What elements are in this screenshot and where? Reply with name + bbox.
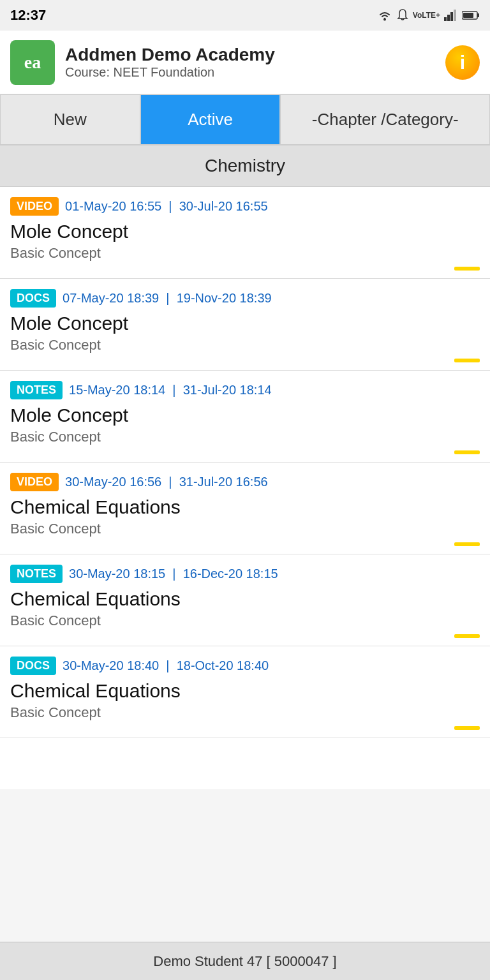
item-meta: VIDEO 30-May-20 16:56 | 31-Jul-20 16:56 <box>10 473 480 491</box>
item-title: Mole Concept <box>10 221 480 242</box>
app-header: ea Addmen Demo Academy Course: NEET Foun… <box>0 31 490 94</box>
item-badge-video: VIDEO <box>10 473 59 491</box>
item-dates: 30-May-20 18:15 | 16-Dec-20 18:15 <box>69 567 278 581</box>
footer: Demo Student 47 [ 5000047 ] <box>0 942 490 980</box>
item-indicator <box>10 634 480 646</box>
item-meta: DOCS 07-May-20 18:39 | 19-Nov-20 18:39 <box>10 289 480 308</box>
tab-bar: New Active -Chapter /Category- <box>0 94 490 145</box>
list-item[interactable]: DOCS 30-May-20 18:40 | 18-Oct-20 18:40 C… <box>0 646 490 738</box>
item-indicator <box>10 267 480 278</box>
status-time: 12:37 <box>10 7 46 24</box>
item-category: Basic Concept <box>10 429 480 445</box>
header-text: Addmen Demo Academy Course: NEET Foundat… <box>65 45 435 80</box>
tab-new[interactable]: New <box>0 94 140 145</box>
item-dates: 07-May-20 18:39 | 19-Nov-20 18:39 <box>63 291 272 306</box>
item-category: Basic Concept <box>10 337 480 353</box>
item-category: Basic Concept <box>10 612 480 629</box>
svg-rect-6 <box>477 13 479 17</box>
item-indicator <box>10 542 480 554</box>
item-indicator <box>10 450 480 462</box>
tab-category[interactable]: -Chapter /Category- <box>280 94 490 145</box>
app-logo: ea <box>10 40 55 85</box>
item-dates: 01-May-20 16:55 | 30-Jul-20 16:55 <box>65 199 268 214</box>
item-dates: 15-May-20 18:14 | 31-Jul-20 18:14 <box>69 383 272 397</box>
item-title: Mole Concept <box>10 405 480 426</box>
signal-icon <box>444 10 458 21</box>
svg-point-0 <box>383 19 386 21</box>
item-category: Basic Concept <box>10 704 480 721</box>
content-list: VIDEO 01-May-20 16:55 | 30-Jul-20 16:55 … <box>0 187 490 789</box>
tab-active[interactable]: Active <box>140 94 281 145</box>
progress-bar <box>454 634 480 638</box>
item-category: Basic Concept <box>10 521 480 537</box>
status-icons: VoLTE+ <box>377 8 480 22</box>
volte-label: VoLTE+ <box>413 11 440 20</box>
list-item[interactable]: NOTES 30-May-20 18:15 | 16-Dec-20 18:15 … <box>0 554 490 646</box>
item-dates: 30-May-20 16:56 | 31-Jul-20 16:56 <box>65 475 268 489</box>
list-item[interactable]: VIDEO 01-May-20 16:55 | 30-Jul-20 16:55 … <box>0 187 490 279</box>
list-item[interactable]: VIDEO 30-May-20 16:56 | 31-Jul-20 16:56 … <box>0 463 490 554</box>
item-indicator <box>10 726 480 738</box>
progress-bar <box>454 267 480 271</box>
app-subtitle: Course: NEET Foundation <box>65 65 435 80</box>
info-button[interactable]: i <box>445 45 480 80</box>
notification-icon <box>396 8 409 22</box>
progress-bar <box>454 450 480 454</box>
list-item[interactable]: NOTES 15-May-20 18:14 | 31-Jul-20 18:14 … <box>0 371 490 463</box>
item-badge-video: VIDEO <box>10 197 59 216</box>
progress-bar <box>454 359 480 362</box>
item-badge-docs: DOCS <box>10 289 56 308</box>
progress-bar <box>454 726 480 730</box>
item-meta: DOCS 30-May-20 18:40 | 18-Oct-20 18:40 <box>10 657 480 675</box>
svg-rect-1 <box>444 17 447 21</box>
item-title: Chemical Equations <box>10 680 480 702</box>
list-item[interactable]: DOCS 07-May-20 18:39 | 19-Nov-20 18:39 M… <box>0 279 490 371</box>
item-badge-notes: NOTES <box>10 565 63 583</box>
wifi-icon <box>377 10 392 21</box>
item-dates: 30-May-20 18:40 | 18-Oct-20 18:40 <box>63 658 269 673</box>
item-category: Basic Concept <box>10 245 480 262</box>
svg-rect-4 <box>454 10 456 21</box>
item-meta: VIDEO 01-May-20 16:55 | 30-Jul-20 16:55 <box>10 197 480 216</box>
status-bar: 12:37 VoLTE+ <box>0 0 490 31</box>
item-title: Chemical Equations <box>10 496 480 518</box>
svg-rect-7 <box>463 13 473 18</box>
section-header: Chemistry <box>0 145 490 187</box>
item-badge-docs: DOCS <box>10 657 56 675</box>
item-badge-notes: NOTES <box>10 381 63 399</box>
progress-bar <box>454 542 480 546</box>
item-title: Chemical Equations <box>10 588 480 610</box>
item-meta: NOTES 15-May-20 18:14 | 31-Jul-20 18:14 <box>10 381 480 399</box>
footer-text: Demo Student 47 [ 5000047 ] <box>153 953 336 970</box>
item-indicator <box>10 359 480 370</box>
app-title: Addmen Demo Academy <box>65 45 435 65</box>
battery-icon <box>462 10 480 20</box>
item-title: Mole Concept <box>10 313 480 334</box>
svg-rect-2 <box>447 15 450 21</box>
item-meta: NOTES 30-May-20 18:15 | 16-Dec-20 18:15 <box>10 565 480 583</box>
svg-rect-3 <box>450 12 453 21</box>
